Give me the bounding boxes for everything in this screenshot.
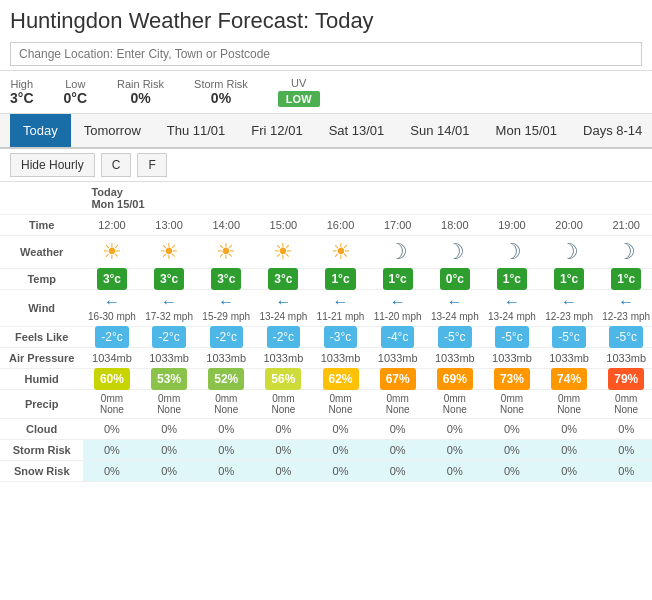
snow-risk-cell: 0% [426, 461, 483, 482]
humidity-cell: 69% [426, 369, 483, 390]
pressure-cell: 1034mb [83, 348, 140, 369]
pressure-cell: 1033mb [369, 348, 426, 369]
snow-risk-cell: 0% [83, 461, 140, 482]
page-title: Huntingdon Weather Forecast: Today [0, 0, 652, 38]
time-cell: 18:00 [426, 215, 483, 236]
wind-cell: ←12-23 mph [598, 290, 652, 327]
temp-cell: 1°c [598, 269, 652, 290]
time-cell: 13:00 [141, 215, 198, 236]
feels-like-label: Feels Like [0, 327, 83, 348]
feels-like-cell: -5°c [598, 327, 652, 348]
storm-risk-cell: 0% [483, 440, 540, 461]
cloud-cell: 0% [426, 419, 483, 440]
tab-mon_1501[interactable]: Mon 15/01 [483, 114, 570, 147]
pressure-cell: 1033mb [312, 348, 369, 369]
tab-today[interactable]: Today [10, 114, 71, 147]
celsius-button[interactable]: C [101, 153, 132, 177]
weather-icon-cell: ☀ [198, 236, 255, 269]
humidity-cell: 73% [483, 369, 540, 390]
time-label: Time [0, 215, 83, 236]
precip-cell: 0mmNone [426, 390, 483, 419]
pressure-cell: 1033mb [483, 348, 540, 369]
temp-cell: 3°c [83, 269, 140, 290]
feels-like-cell: -5°c [426, 327, 483, 348]
snow-risk-cell: 0% [141, 461, 198, 482]
time-cell: 15:00 [255, 215, 312, 236]
cloud-cell: 0% [83, 419, 140, 440]
storm-risk-label: Storm Risk [0, 440, 83, 461]
feels-like-cell: -2°c [83, 327, 140, 348]
tab-thu_1101[interactable]: Thu 11/01 [154, 114, 239, 147]
storm-risk-cell: 0% [369, 440, 426, 461]
wind-cell: ←11-20 mph [369, 290, 426, 327]
today-label: Today [91, 186, 123, 198]
tab-sun_1401[interactable]: Sun 14/01 [397, 114, 482, 147]
precip-cell: 0mmNone [255, 390, 312, 419]
weather-icon-cell: ☽ [483, 236, 540, 269]
tab-sat_1301[interactable]: Sat 13/01 [316, 114, 398, 147]
weather-icon-cell: ☽ [541, 236, 598, 269]
humidity-cell: 67% [369, 369, 426, 390]
temp-cell: 1°c [369, 269, 426, 290]
snow-risk-cell: 0% [198, 461, 255, 482]
snow-risk-cell: 0% [255, 461, 312, 482]
snow-risk-cell: 0% [312, 461, 369, 482]
weather-label: Weather [0, 236, 83, 269]
weather-icon-cell: ☀ [83, 236, 140, 269]
storm-risk-cell: 0% [541, 440, 598, 461]
tab-fri_1201[interactable]: Fri 12/01 [238, 114, 315, 147]
pressure-cell: 1033mb [598, 348, 652, 369]
uv-label: UV [278, 77, 320, 89]
feels-like-cell: -2°c [198, 327, 255, 348]
cloud-cell: 0% [198, 419, 255, 440]
snow-risk-cell: 0% [369, 461, 426, 482]
location-input[interactable] [10, 42, 642, 66]
snow-risk-cell: 0% [541, 461, 598, 482]
low-summary: Low 0°C [64, 78, 88, 106]
wind-cell: ←15-29 mph [198, 290, 255, 327]
humidity-cell: 52% [198, 369, 255, 390]
hide-hourly-button[interactable]: Hide Hourly [10, 153, 95, 177]
pressure-cell: 1033mb [426, 348, 483, 369]
rain-summary: Rain Risk 0% [117, 78, 164, 106]
precip-cell: 0mmNone [369, 390, 426, 419]
cloud-cell: 0% [312, 419, 369, 440]
uv-badge: LOW [278, 91, 320, 107]
cloud-cell: 0% [141, 419, 198, 440]
temp-cell: 1°c [541, 269, 598, 290]
rain-label: Rain Risk [117, 78, 164, 90]
snow-risk-cell: 0% [483, 461, 540, 482]
wind-cell: ←12-23 mph [541, 290, 598, 327]
wind-label: Wind [0, 290, 83, 327]
rain-value: 0% [117, 90, 164, 106]
fahrenheit-button[interactable]: F [137, 153, 166, 177]
precip-cell: 0mmNone [83, 390, 140, 419]
snow-risk-cell: 0% [598, 461, 652, 482]
storm-label: Storm Risk [194, 78, 248, 90]
tab-days_8-14[interactable]: Days 8-14 [570, 114, 652, 147]
date-label: Mon 15/01 [91, 198, 144, 210]
high-label: High [10, 78, 34, 90]
weather-icon-cell: ☀ [312, 236, 369, 269]
precip-cell: 0mmNone [483, 390, 540, 419]
pressure-cell: 1033mb [141, 348, 198, 369]
cloud-cell: 0% [598, 419, 652, 440]
wind-cell: ←13-24 mph [483, 290, 540, 327]
humidity-cell: 56% [255, 369, 312, 390]
precip-cell: 0mmNone [141, 390, 198, 419]
wind-cell: ←17-32 mph [141, 290, 198, 327]
humidity-cell: 62% [312, 369, 369, 390]
tab-tomorrow[interactable]: Tomorrow [71, 114, 154, 147]
storm-risk-cell: 0% [198, 440, 255, 461]
weather-table: Today Mon 15/01 Time12:0013:0014:0015:00… [0, 182, 652, 492]
weather-icon-cell: ☀ [255, 236, 312, 269]
cloud-cell: 0% [483, 419, 540, 440]
high-summary: High 3°C [10, 78, 34, 106]
precip-label: Precip [0, 390, 83, 419]
weather-icon-cell: ☀ [141, 236, 198, 269]
summary-bar: High 3°C Low 0°C Rain Risk 0% Storm Risk… [0, 71, 652, 114]
storm-risk-cell: 0% [141, 440, 198, 461]
time-cell: 21:00 [598, 215, 652, 236]
time-cell: 14:00 [198, 215, 255, 236]
humidity-cell: 74% [541, 369, 598, 390]
